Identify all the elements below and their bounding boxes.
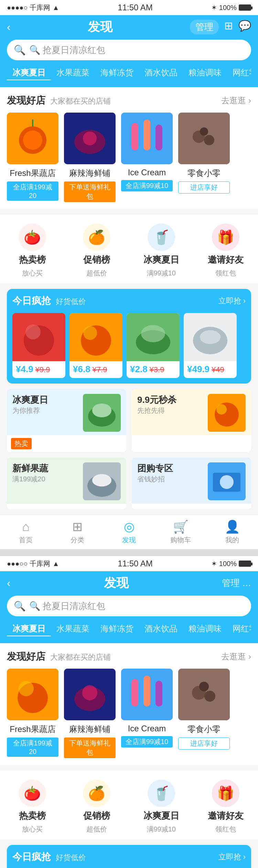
seckill-item-veggie-1[interactable]: ¥2.8 ¥3.9 — [127, 313, 180, 378]
discover-link-1[interactable]: 去逛逛 › — [221, 95, 251, 106]
seckill-item-tomato-1[interactable]: ¥4.9 ¥9.9 — [12, 313, 65, 378]
layout-icon[interactable]: ⊞ — [224, 20, 233, 34]
seckill-section-2: 今日疯抢 好货低价 立即抢 › ¥4.9 ¥ — [7, 845, 251, 868]
back-button-1[interactable]: ‹ — [7, 21, 11, 33]
rank-sub-hot-2: 放心买 — [22, 825, 43, 834]
rec-card-ice-title-1: 冰爽夏日 — [12, 394, 48, 406]
shop-img-seafood-1 — [64, 113, 116, 164]
rec-card-group-1[interactable]: 团购专区 省钱妙招 — [132, 458, 251, 509]
svg-point-14 — [200, 127, 208, 136]
rank-item-invite-1[interactable]: 🎁 邀请好友 领红包 — [194, 218, 258, 283]
screen-2: ●●●○○ 千库网 ▲ 11:50 AM ✶ 100% ‹ 发现 管理 … 🔍 … — [0, 556, 258, 868]
rank-item-hot-2[interactable]: 🍅 热卖榜 放心买 — [0, 774, 65, 839]
nav-home-1[interactable]: ⌂ 首页 — [0, 515, 52, 549]
rank-item-hot-1[interactable]: 🍅 热卖榜 放心买 — [0, 218, 65, 283]
shop-card-fruit-2[interactable]: Fresh果蔬店 全店满199减20 — [7, 669, 58, 758]
rec-card-group-header-1: 团购专区 省钱妙招 — [132, 458, 251, 504]
rec-card-flash-title-1: 9.9元秒杀 — [137, 394, 176, 406]
seckill-link-2[interactable]: 立即抢 › — [218, 852, 246, 862]
header-actions-1: 管理 ⊞ 💬 — [190, 20, 251, 34]
cat-tab-grain[interactable]: 粮油调味 — [183, 66, 227, 80]
cat-tab-ice-2[interactable]: 冰爽夏日 — [7, 622, 51, 636]
rec-card-flash-img-1 — [208, 394, 246, 432]
manage-button-1[interactable]: 管理 — [190, 20, 219, 34]
shop-card-icecream-1[interactable]: Ice Cream 全店满99减10 — [121, 113, 173, 202]
rank-item-invite-2[interactable]: 🎁 邀请好友 领红包 — [194, 774, 258, 839]
rec-card-fresh-img-1 — [83, 462, 121, 500]
page-title-2: 发现 — [104, 575, 129, 592]
back-button-2[interactable]: ‹ — [7, 577, 11, 589]
seckill-link-1[interactable]: 立即抢 › — [218, 296, 246, 306]
seckill-item-seafood-1[interactable]: ¥49.9 ¥49 — [184, 313, 237, 378]
seckill-item-orange-1[interactable]: ¥6.8 ¥7.9 — [69, 313, 122, 378]
header-top-2: ‹ 发现 管理 … — [7, 575, 251, 592]
seckill-sub-2: 好货低价 — [56, 853, 86, 862]
cat-tab-seafood-2[interactable]: 海鲜冻货 — [95, 622, 139, 636]
header-1: ‹ 发现 管理 ⊞ 💬 🔍 🔍 抢夏日清凉红包 冰爽夏日 水果蔬菜 海鲜冻货 酒… — [0, 15, 258, 87]
rank-label-ice-2: 冰爽夏日 — [143, 810, 179, 822]
rec-card-group-title-1: 团购专区 — [137, 462, 173, 474]
carrier-label: 千库网 — [30, 3, 50, 12]
page-title-1: 发现 — [88, 19, 112, 35]
shop-card-snack-2[interactable]: 零食小零 进店享好 — [178, 669, 230, 758]
message-icon[interactable]: 💬 — [238, 20, 251, 34]
cat-tab-snack[interactable]: 网红零食 — [227, 66, 251, 80]
rec-card-ice-badge-1: 热卖 — [7, 435, 126, 452]
rec-card-fresh-tag-1 — [7, 504, 126, 509]
shop-tag-fruit-1: 全店满199减20 — [7, 181, 58, 201]
search-bar-2[interactable]: 🔍 🔍 抢夏日清凉红包 — [7, 596, 251, 616]
rec-card-group-tag-1 — [132, 504, 251, 509]
shop-img-fruit-2 — [7, 669, 58, 720]
rec-card-flash-tag-1 — [132, 435, 251, 441]
seckill-img-orange-1 — [69, 313, 122, 361]
shop-card-seafood-2[interactable]: 麻辣海鲜铺 下单送海鲜礼包 — [64, 669, 116, 758]
seckill-header-1: 今日疯抢 好货低价 立即抢 › — [12, 294, 246, 307]
svg-point-41 — [19, 681, 34, 696]
rec-card-fresh-sub-1: 满199减20 — [12, 474, 48, 484]
header-2: ‹ 发现 管理 … 🔍 🔍 抢夏日清凉红包 冰爽夏日 水果蔬菜 海鲜冻货 酒水饮… — [0, 571, 258, 643]
manage-label-2[interactable]: 管理 … — [222, 577, 251, 589]
cat-tab-drink-2[interactable]: 酒水饮品 — [139, 622, 183, 636]
cat-tab-fruit[interactable]: 水果蔬菜 — [51, 66, 95, 80]
cat-tab-snack-2[interactable]: 网红零食 — [227, 622, 251, 636]
nav-mine-1[interactable]: 👤 我的 — [206, 515, 258, 549]
rank-label-hot-2: 热卖榜 — [19, 810, 46, 822]
rec-card-flash-1[interactable]: 9.9元秒杀 先抢先得 — [132, 389, 251, 452]
discover-link-2[interactable]: 去逛逛 › — [221, 651, 251, 662]
seckill-img-seafood-1 — [184, 313, 237, 361]
cat-tab-fruit-2[interactable]: 水果蔬菜 — [51, 622, 95, 636]
rank-item-promo-2[interactable]: 🍊 促销榜 超低价 — [65, 774, 129, 839]
shop-card-snack-1[interactable]: 零食小零 进店享好 — [178, 113, 230, 202]
recommend-grid-1: 冰爽夏日 为你推荐 热卖 — [0, 389, 258, 515]
cat-tab-drink[interactable]: 酒水饮品 — [139, 66, 183, 80]
cat-tab-seafood[interactable]: 海鲜冻货 — [95, 66, 139, 80]
home-icon: ⌂ — [22, 520, 30, 534]
rec-card-fresh-1[interactable]: 新鲜果蔬 满199减20 — [7, 458, 126, 509]
seckill-items-1: ¥4.9 ¥9.9 ¥6.8 ¥7.9 — [12, 313, 246, 378]
rec-card-group-sub-1: 省钱妙招 — [137, 474, 173, 484]
nav-cart-1[interactable]: 🛒 购物车 — [155, 515, 206, 549]
search-icon: 🔍 — [14, 44, 26, 56]
cat-tab-ice[interactable]: 冰爽夏日 — [7, 66, 51, 80]
rank-item-promo-1[interactable]: 🍊 促销榜 超低价 — [65, 218, 129, 283]
rank-sub-hot-1: 放心买 — [22, 269, 43, 278]
shop-card-icecream-2[interactable]: Ice Cream 全店满99减10 — [121, 669, 173, 758]
seckill-new-price-2: ¥6.8 — [73, 364, 90, 375]
rank-item-ice-2[interactable]: 🥤 冰爽夏日 满99减10 — [129, 774, 194, 839]
svg-rect-47 — [143, 676, 150, 707]
nav-discover-1[interactable]: ◎ 发现 — [103, 515, 155, 549]
rank-label-invite-2: 邀请好友 — [208, 810, 244, 822]
seckill-new-price-3: ¥2.8 — [130, 364, 148, 375]
search-icon-2: 🔍 — [14, 600, 26, 612]
rec-card-ice-1[interactable]: 冰爽夏日 为你推荐 热卖 — [7, 389, 126, 452]
shop-tag-snack-1: 进店享好 — [178, 181, 230, 194]
shop-card-seafood-1[interactable]: 麻辣海鲜铺 下单送海鲜礼包 — [64, 113, 116, 202]
shop-card-fruit-1[interactable]: Fresh果蔬店 全店满199减20 — [7, 113, 58, 202]
nav-category-1[interactable]: ⊞ 分类 — [52, 515, 103, 549]
cat-tab-grain-2[interactable]: 粮油调味 — [183, 622, 227, 636]
search-bar-1[interactable]: 🔍 🔍 抢夏日清凉红包 — [7, 40, 251, 60]
svg-point-32 — [216, 404, 227, 415]
category-tabs-2: 冰爽夏日 水果蔬菜 海鲜冻货 酒水饮品 粮油调味 网红零食 — [7, 622, 251, 638]
rank-item-ice-1[interactable]: 🥤 冰爽夏日 满99减10 — [129, 218, 194, 283]
rec-card-group-text-1: 团购专区 省钱妙招 — [137, 462, 173, 484]
